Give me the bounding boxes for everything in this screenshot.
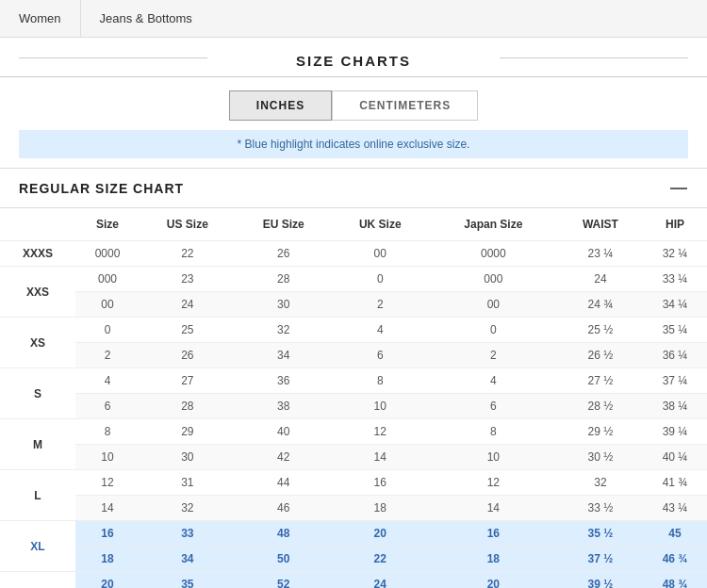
cell-size: 18 — [75, 547, 140, 572]
cell-size: 16 — [75, 521, 140, 547]
cell-hip: 38 ¼ — [643, 394, 707, 419]
cell-japan: 20 — [429, 572, 558, 589]
table-row: 183450221837 ½46 ¾ — [0, 547, 707, 572]
cell-waist: 32 — [558, 470, 643, 496]
nav-jeans-bottoms[interactable]: Jeans & Bottoms — [81, 0, 211, 37]
cell-waist: 39 ½ — [558, 572, 643, 589]
cell-japan: 10 — [429, 445, 558, 470]
size-group-label: XXL — [0, 572, 75, 589]
cell-us: 28 — [140, 394, 236, 419]
top-nav: Women Jeans & Bottoms — [0, 0, 707, 38]
cell-size: 00 — [75, 292, 140, 318]
cell-eu: 52 — [236, 572, 332, 589]
section-header: REGULAR SIZE CHART — — [0, 168, 707, 208]
unit-toggle: INCHES CENTIMETERS — [0, 90, 707, 121]
collapse-icon[interactable]: — — [670, 178, 688, 198]
nav-women[interactable]: Women — [0, 0, 81, 37]
cell-hip: 41 ¾ — [643, 470, 707, 496]
cell-waist: 26 ½ — [558, 343, 643, 368]
size-charts-title: SIZE CHARTS — [296, 53, 411, 69]
cell-waist: 35 ½ — [558, 521, 643, 547]
cell-uk: 10 — [332, 394, 429, 419]
cell-waist: 28 ½ — [558, 394, 643, 419]
cell-eu: 32 — [236, 318, 332, 343]
table-row: XL163348201635 ½45 — [0, 521, 707, 547]
cell-uk: 12 — [332, 419, 429, 445]
cell-hip: 36 ¼ — [643, 343, 707, 368]
cell-eu: 30 — [236, 292, 332, 318]
cell-eu: 48 — [236, 521, 332, 547]
th-hip: HIP — [643, 208, 707, 241]
cell-japan: 6 — [429, 394, 558, 419]
cell-eu: 40 — [236, 419, 332, 445]
table-row: S427368427 ½37 ¼ — [0, 368, 707, 394]
cell-eu: 36 — [236, 368, 332, 394]
cell-us: 25 — [140, 318, 236, 343]
cell-japan: 4 — [429, 368, 558, 394]
cell-us: 26 — [140, 343, 236, 368]
cell-waist: 33 ½ — [558, 496, 643, 521]
cell-uk: 22 — [332, 547, 429, 572]
cell-size: 14 — [75, 496, 140, 521]
size-group-label: XXS — [0, 267, 75, 318]
table-row: XXXS0000222600000023 ¼32 ¼ — [0, 241, 707, 267]
cell-uk: 16 — [332, 470, 429, 496]
cell-uk: 6 — [332, 343, 429, 368]
cell-japan: 8 — [429, 419, 558, 445]
size-group-label: XL — [0, 521, 75, 572]
cell-waist: 30 ½ — [558, 445, 643, 470]
table-row: XS025324025 ½35 ¼ — [0, 318, 707, 343]
cell-size: 8 — [75, 419, 140, 445]
cell-waist: 24 — [558, 267, 643, 292]
cell-us: 33 — [140, 521, 236, 547]
cell-waist: 25 ½ — [558, 318, 643, 343]
cell-hip: 32 ¼ — [643, 241, 707, 267]
th-size: Size — [75, 208, 140, 241]
cell-eu: 46 — [236, 496, 332, 521]
centimeters-toggle[interactable]: CENTIMETERS — [332, 90, 478, 121]
cell-uk: 14 — [332, 445, 429, 470]
cell-eu: 44 — [236, 470, 332, 496]
size-group-label: XXXS — [0, 241, 75, 267]
cell-eu: 38 — [236, 394, 332, 419]
cell-us: 29 — [140, 419, 236, 445]
cell-uk: 00 — [332, 241, 429, 267]
cell-hip: 43 ¼ — [643, 496, 707, 521]
cell-japan: 0000 — [429, 241, 558, 267]
cell-us: 34 — [140, 547, 236, 572]
cell-hip: 35 ¼ — [643, 318, 707, 343]
cell-size: 6 — [75, 394, 140, 419]
cell-japan: 14 — [429, 496, 558, 521]
cell-waist: 23 ¼ — [558, 241, 643, 267]
cell-us: 27 — [140, 368, 236, 394]
cell-size: 0000 — [75, 241, 140, 267]
info-banner-text: * Blue highlight indicates online exclus… — [238, 138, 470, 151]
cell-eu: 28 — [236, 267, 332, 292]
th-uk-size: UK Size — [332, 208, 429, 241]
cell-uk: 24 — [332, 572, 429, 589]
cell-japan: 12 — [429, 470, 558, 496]
cell-us: 31 — [140, 470, 236, 496]
th-japan-size: Japan Size — [429, 208, 558, 241]
cell-size: 20 — [75, 572, 140, 589]
section-title: REGULAR SIZE CHART — [19, 181, 184, 196]
table-row: 103042141030 ½40 ¼ — [0, 445, 707, 470]
cell-hip: 34 ¼ — [643, 292, 707, 318]
cell-japan: 2 — [429, 343, 558, 368]
inches-toggle[interactable]: INCHES — [229, 90, 332, 121]
size-group-label: XS — [0, 318, 75, 368]
cell-hip: 45 — [643, 521, 707, 547]
cell-eu: 26 — [236, 241, 332, 267]
cell-eu: 34 — [236, 343, 332, 368]
cell-size: 000 — [75, 267, 140, 292]
table-row: XXS000232800002433 ¼ — [0, 267, 707, 292]
cell-waist: 24 ¾ — [558, 292, 643, 318]
cell-size: 4 — [75, 368, 140, 394]
cell-waist: 27 ½ — [558, 368, 643, 394]
cell-us: 32 — [140, 496, 236, 521]
cell-japan: 0 — [429, 318, 558, 343]
page-title: SIZE CHARTS — [0, 38, 707, 77]
cell-uk: 2 — [332, 292, 429, 318]
cell-japan: 18 — [429, 547, 558, 572]
th-us-size: US Size — [140, 208, 236, 241]
